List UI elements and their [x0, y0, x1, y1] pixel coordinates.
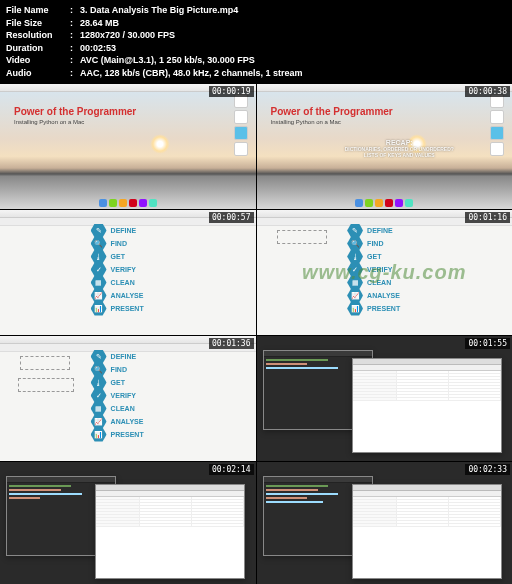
timestamp-badge: 00:02:14: [209, 464, 254, 475]
hex-find-icon: 🔍: [91, 237, 107, 251]
timestamp-badge: 00:01:55: [465, 338, 510, 349]
timestamp-badge: 00:00:57: [209, 212, 254, 223]
thumbnail-8[interactable]: 00:02:33: [257, 462, 513, 584]
hex-step-chain: ✎DEFINE 🔍FIND ⭳GET ✓VERIFY ▦CLEAN 📈ANALY…: [347, 224, 400, 315]
meta-label-resolution: Resolution: [6, 29, 70, 42]
timestamp-badge: 00:01:16: [465, 212, 510, 223]
mac-dock: [355, 199, 413, 207]
timestamp-badge: 00:00:38: [465, 86, 510, 97]
meta-value-resolution: 1280x720 / 30.000 FPS: [80, 29, 506, 42]
hex-label: FIND: [111, 240, 127, 247]
meta-value-audio: AAC, 128 kb/s (CBR), 48.0 kHz, 2 channel…: [80, 67, 506, 80]
meta-label-duration: Duration: [6, 42, 70, 55]
hex-label: GET: [111, 253, 125, 260]
hex-label: VERIFY: [111, 266, 136, 273]
thumbnail-7[interactable]: 00:02:14: [0, 462, 256, 584]
meta-value-filename: 3. Data Analysis The Big Picture.mp4: [80, 4, 506, 17]
thumbnail-2[interactable]: Power of the Programmer Installing Pytho…: [257, 84, 513, 209]
hex-verify-icon: ✓: [91, 263, 107, 277]
sun-graphic: [150, 134, 170, 154]
selection-box: [20, 356, 70, 370]
thumbnail-3[interactable]: ✎DEFINE 🔍FIND ⭳GET ✓VERIFY ▦CLEAN 📈ANALY…: [0, 210, 256, 335]
thumbnail-4[interactable]: ✎DEFINE 🔍FIND ⭳GET ✓VERIFY ▦CLEAN 📈ANALY…: [257, 210, 513, 335]
slide-title: Power of the Programmer: [271, 106, 393, 117]
meta-value-video: AVC (Main@L3.1), 1 250 kb/s, 30.000 FPS: [80, 54, 506, 67]
hex-label: CLEAN: [111, 279, 135, 286]
selection-box: [18, 378, 74, 392]
side-icon: [234, 142, 248, 156]
thumbnail-5[interactable]: ✎DEFINE 🔍FIND ⭳GET ✓VERIFY ▦CLEAN 📈ANALY…: [0, 336, 256, 461]
hex-label: DEFINE: [111, 227, 137, 234]
meta-label-filename: File Name: [6, 4, 70, 17]
hex-clean-icon: ▦: [91, 276, 107, 290]
recap-text: RECAP: DICTIONARIES, ORDERED OR UNORDERE…: [327, 139, 473, 158]
meta-label-audio: Audio: [6, 67, 70, 80]
spreadsheet-window: [352, 358, 502, 453]
hex-step-chain: ✎DEFINE 🔍FIND ⭳GET ✓VERIFY ▦CLEAN 📈ANALY…: [91, 224, 144, 315]
hex-step-chain: ✎DEFINE 🔍FIND ⭳GET ✓VERIFY ▦CLEAN 📈ANALY…: [91, 350, 144, 441]
meta-value-filesize: 28.64 MB: [80, 17, 506, 30]
hex-label: PRESENT: [111, 305, 144, 312]
file-metadata-block: File Name:3. Data Analysis The Big Pictu…: [0, 0, 512, 84]
side-icon: [234, 110, 248, 124]
thumbnail-6[interactable]: 00:01:55: [257, 336, 513, 461]
mac-sidebar-icons: [490, 94, 508, 156]
hex-present-icon: 📊: [91, 302, 107, 316]
hex-label: ANALYSE: [111, 292, 144, 299]
timestamp-badge: 00:02:33: [465, 464, 510, 475]
thumbnail-grid: Power of the Programmer Installing Pytho…: [0, 84, 512, 584]
timestamp-badge: 00:01:36: [209, 338, 254, 349]
slide-subtitle: Installing Python on a Mac: [271, 119, 341, 125]
slide-title: Power of the Programmer: [14, 106, 136, 117]
side-icon: [234, 126, 248, 140]
meta-label-filesize: File Size: [6, 17, 70, 30]
slide-subtitle: Installing Python on a Mac: [14, 119, 84, 125]
spreadsheet-window: [95, 484, 245, 579]
mac-sidebar-icons: [234, 94, 252, 156]
meta-value-duration: 00:02:53: [80, 42, 506, 55]
thumbnail-1[interactable]: Power of the Programmer Installing Pytho…: [0, 84, 256, 209]
timestamp-badge: 00:00:19: [209, 86, 254, 97]
spreadsheet-window: [352, 484, 502, 579]
hex-analyse-icon: 📈: [91, 289, 107, 303]
hex-define-icon: ✎: [91, 224, 107, 238]
selection-box: [277, 230, 327, 244]
mac-dock: [99, 199, 157, 207]
meta-label-video: Video: [6, 54, 70, 67]
hex-get-icon: ⭳: [91, 250, 107, 264]
